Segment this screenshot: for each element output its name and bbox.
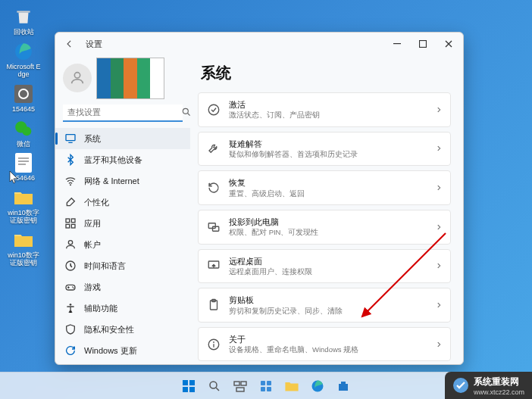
check-icon <box>206 102 221 117</box>
gamepad-icon <box>64 281 77 293</box>
setting-card-activation[interactable]: 激活激活状态、订阅、产品密钥 <box>198 92 451 127</box>
window-title: 设置 <box>86 39 102 50</box>
svg-point-11 <box>74 73 80 78</box>
sidebar-item-network[interactable]: 网络 & Internet <box>55 170 190 192</box>
apps-icon <box>64 217 77 229</box>
svg-rect-41 <box>261 381 265 385</box>
svg-point-24 <box>70 304 72 306</box>
setting-card-about[interactable]: 关于设备规格、重命名电脑、Windows 规格 <box>198 327 451 362</box>
sidebar-item-update[interactable]: Windows 更新 <box>55 340 190 361</box>
setting-card-project[interactable]: 投影到此电脑权限、配对 PIN、可发现性 <box>198 210 451 245</box>
chevron-right-icon <box>435 145 443 152</box>
content-pane[interactable]: 系统 激活激活状态、订阅、产品密钥疑难解答疑似和修制解答器、首选项和历史记录恢复… <box>190 55 463 364</box>
card-title: 疑难解答 <box>229 139 427 149</box>
desktop-icon-folder1[interactable]: win10数字证版密钥 <box>5 185 42 226</box>
profile-banner-image <box>96 58 164 99</box>
svg-rect-43 <box>261 387 265 391</box>
sidebar-item-personalize[interactable]: 个性化 <box>55 192 190 213</box>
close-button[interactable] <box>436 33 462 55</box>
setting-card-recovery[interactable]: 恢复重置、高级启动、返回 <box>198 170 451 205</box>
recovery-icon <box>206 180 221 195</box>
sidebar-item-label: 蓝牙和其他设备 <box>84 154 142 166</box>
card-title: 剪贴板 <box>229 295 427 305</box>
chevron-right-icon <box>435 223 443 231</box>
sidebar-item-bluetooth[interactable]: 蓝牙和其他设备 <box>55 149 190 170</box>
page-title: 系统 <box>201 63 451 83</box>
folder-icon <box>13 187 34 208</box>
setting-card-remote[interactable]: 远程桌面远程桌面用户、连接权限 <box>198 249 451 284</box>
desktop-icon-recycle-bin[interactable]: 回收站 <box>5 5 42 38</box>
svg-point-14 <box>70 184 71 185</box>
desktop-icon-wechat[interactable]: 微信 <box>5 117 42 150</box>
profile-area[interactable] <box>55 55 190 101</box>
maximize-button[interactable] <box>410 33 436 55</box>
taskbar-edge[interactable] <box>307 376 328 397</box>
desktop-icon-edge[interactable]: Microsoft Edge <box>5 39 42 80</box>
card-title: 恢复 <box>229 177 427 188</box>
svg-rect-13 <box>66 135 75 141</box>
svg-rect-33 <box>183 380 188 385</box>
folder-icon <box>13 229 34 251</box>
setting-card-troubleshoot[interactable]: 疑难解答疑似和修制解答器、首选项和历史记录 <box>198 132 451 167</box>
taskbar-search[interactable] <box>204 376 225 397</box>
edge-icon <box>13 41 34 62</box>
sidebar-item-accounts[interactable]: 帐户 <box>55 234 190 255</box>
svg-point-23 <box>73 288 74 289</box>
settings-window: 设置 系统蓝牙和其他设备网络 & Internet个性化应用帐户时间和语言游戏辅… <box>55 32 464 365</box>
project-icon <box>206 220 221 235</box>
card-subtitle: 激活状态、订阅、产品密钥 <box>229 111 427 120</box>
svg-rect-38 <box>234 382 239 385</box>
setting-card-clipboard[interactable]: 剪贴板剪切和复制历史记录、同步、清除 <box>198 288 451 323</box>
desktop-icon-folder2[interactable]: win10数字证版密钥 <box>5 228 42 269</box>
svg-rect-34 <box>189 380 195 385</box>
search-input[interactable] <box>63 104 177 120</box>
sidebar: 系统蓝牙和其他设备网络 & Internet个性化应用帐户时间和语言游戏辅助功能… <box>55 55 190 364</box>
sidebar-item-label: 网络 & Internet <box>84 176 139 187</box>
bluetooth-icon <box>64 154 77 166</box>
svg-rect-26 <box>208 223 215 228</box>
taskbar-store[interactable] <box>333 376 354 397</box>
sidebar-item-privacy[interactable]: 隐私和安全性 <box>55 319 190 340</box>
wrench-icon <box>206 141 221 156</box>
sidebar-item-label: 隐私和安全性 <box>84 324 134 335</box>
chevron-right-icon <box>435 184 443 192</box>
svg-rect-17 <box>66 224 70 228</box>
clock-icon <box>64 260 77 272</box>
watermark-url: www.xtcz22.com <box>474 388 524 396</box>
settings-file-icon <box>13 83 34 104</box>
chevron-right-icon <box>435 262 443 270</box>
text-file-icon <box>13 152 34 173</box>
card-subtitle: 疑似和修制解答器、首选项和历史记录 <box>229 150 427 159</box>
task-view[interactable] <box>230 376 251 397</box>
card-title: 激活 <box>229 99 427 110</box>
svg-rect-10 <box>420 41 427 48</box>
clipboard-icon <box>206 298 221 313</box>
sidebar-item-accessibility[interactable]: 辅助功能 <box>55 298 190 319</box>
user-icon <box>64 238 77 251</box>
svg-point-37 <box>210 382 217 388</box>
search-box[interactable] <box>63 104 183 122</box>
widgets[interactable] <box>255 376 277 397</box>
brush-icon <box>64 196 77 208</box>
desktop-icon-file2[interactable]: 154646 <box>5 151 42 184</box>
card-subtitle: 设备规格、重命名电脑、Windows 规格 <box>229 345 427 354</box>
card-title: 远程桌面 <box>229 256 427 267</box>
start-button[interactable] <box>178 376 199 397</box>
desktop-icons-column: 回收站 Microsoft Edge 154645 微信 154646 win1… <box>5 5 42 269</box>
svg-rect-1 <box>14 85 33 103</box>
back-button[interactable] <box>60 34 80 54</box>
sidebar-item-gaming[interactable]: 游戏 <box>55 276 190 298</box>
chevron-right-icon <box>435 341 443 348</box>
monitor-icon <box>64 132 77 145</box>
taskbar-explorer[interactable] <box>281 376 302 397</box>
sidebar-item-time[interactable]: 时间和语言 <box>55 255 190 276</box>
desktop-icon-file1[interactable]: 154645 <box>5 82 42 115</box>
svg-rect-36 <box>189 387 195 392</box>
remote-icon <box>206 258 221 273</box>
card-subtitle: 重置、高级启动、返回 <box>229 189 427 198</box>
shield-icon <box>64 323 77 335</box>
sidebar-item-system[interactable]: 系统 <box>55 128 190 149</box>
sidebar-item-apps[interactable]: 应用 <box>55 213 190 234</box>
minimize-button[interactable] <box>384 33 410 55</box>
sidebar-item-label: 应用 <box>84 218 101 229</box>
